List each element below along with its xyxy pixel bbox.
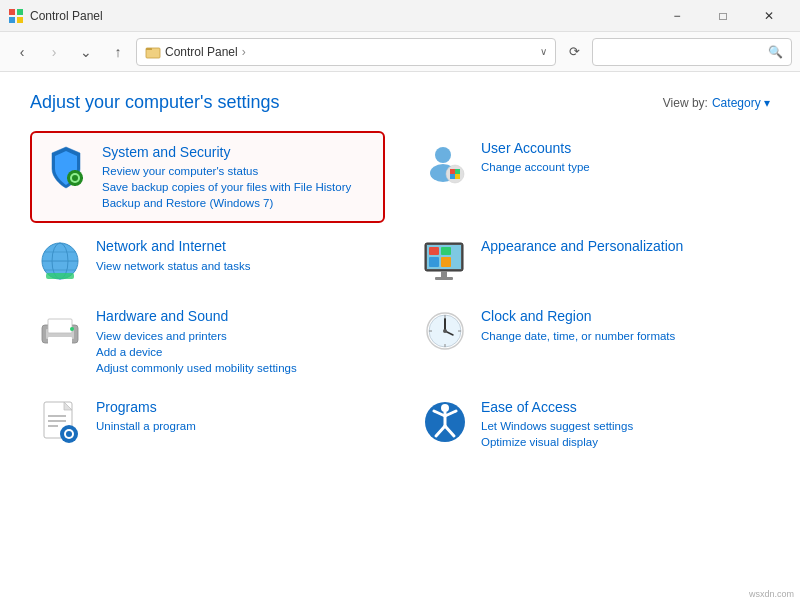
user-accounts-title[interactable]: User Accounts [481,139,764,157]
hardware-sound-link-1[interactable]: Add a device [96,344,379,360]
app-icon [8,8,24,24]
svg-rect-37 [48,337,72,347]
ease-access-link-1[interactable]: Optimize visual display [481,434,764,450]
path-icon [145,44,161,60]
category-programs[interactable]: Programs Uninstall a program [30,390,385,458]
path-text: Control Panel [165,45,238,59]
category-user-accounts[interactable]: User Accounts Change account type [415,131,770,223]
svg-rect-29 [441,247,451,255]
address-dropdown-button[interactable]: ∨ [540,46,547,57]
watermark: wsxdn.com [749,589,794,599]
system-security-icon [42,143,90,191]
svg-rect-0 [9,9,15,15]
up-button[interactable]: ↑ [104,38,132,66]
user-accounts-link-0[interactable]: Change account type [481,159,764,175]
network-internet-link-0[interactable]: View network status and tasks [96,258,379,274]
svg-point-43 [443,329,447,333]
system-security-link-1[interactable]: Save backup copies of your files with Fi… [102,179,373,195]
forward-button[interactable]: › [40,38,68,66]
maximize-button[interactable]: □ [700,0,746,32]
user-accounts-icon [421,139,469,187]
close-button[interactable]: ✕ [746,0,792,32]
network-internet-content: Network and Internet View network status… [96,237,379,273]
svg-rect-36 [48,319,72,333]
view-by-dropdown[interactable]: Category ▾ [712,96,770,110]
svg-rect-9 [74,170,76,173]
page-header: Adjust your computer's settings View by:… [30,92,770,113]
view-by-label: View by: [663,96,708,110]
appearance-content: Appearance and Personalization [481,237,764,257]
system-security-title[interactable]: System and Security [102,143,373,161]
svg-rect-11 [67,177,70,179]
svg-rect-1 [17,9,23,15]
hardware-sound-icon [36,307,84,355]
hardware-sound-content: Hardware and Sound View devices and prin… [96,307,379,375]
address-bar: ‹ › ⌄ ↑ Control Panel › ∨ ⟳ 🔍 [0,32,800,72]
svg-rect-19 [455,174,460,179]
category-network-internet[interactable]: Network and Internet View network status… [30,229,385,293]
hardware-sound-title[interactable]: Hardware and Sound [96,307,379,325]
title-bar-buttons: − □ ✕ [654,0,792,32]
title-bar: Control Panel − □ ✕ [0,0,800,32]
network-internet-title[interactable]: Network and Internet [96,237,379,255]
address-field[interactable]: Control Panel › ∨ [136,38,556,66]
title-bar-text: Control Panel [30,9,654,23]
search-icon: 🔍 [768,45,783,59]
svg-rect-10 [74,183,76,186]
address-path: Control Panel › [145,44,536,60]
programs-title[interactable]: Programs [96,398,379,416]
svg-rect-5 [146,48,152,50]
programs-content: Programs Uninstall a program [96,398,379,434]
svg-rect-17 [455,169,460,174]
content-area: Adjust your computer's settings View by:… [0,72,800,603]
svg-point-38 [70,327,74,331]
ease-access-title[interactable]: Ease of Access [481,398,764,416]
programs-icon [36,398,84,446]
refresh-button[interactable]: ⟳ [560,38,588,66]
svg-rect-16 [450,169,455,174]
svg-rect-2 [9,17,15,23]
categories-grid: System and Security Review your computer… [30,131,770,458]
system-security-link-2[interactable]: Backup and Restore (Windows 7) [102,195,373,211]
category-ease-access[interactable]: Ease of Access Let Windows suggest setti… [415,390,770,458]
clock-region-content: Clock and Region Change date, time, or n… [481,307,764,343]
page-title: Adjust your computer's settings [30,92,280,113]
clock-region-title[interactable]: Clock and Region [481,307,764,325]
ease-access-link-0[interactable]: Let Windows suggest settings [481,418,764,434]
search-box[interactable]: 🔍 [592,38,792,66]
view-by: View by: Category ▾ [663,96,770,110]
svg-rect-28 [429,247,439,255]
ease-access-content: Ease of Access Let Windows suggest setti… [481,398,764,450]
appearance-title[interactable]: Appearance and Personalization [481,237,764,255]
svg-point-55 [66,431,72,437]
user-accounts-content: User Accounts Change account type [481,139,764,175]
category-appearance[interactable]: Appearance and Personalization [415,229,770,293]
appearance-icon [421,237,469,285]
svg-rect-25 [46,273,74,279]
system-security-link-0[interactable]: Review your computer's status [102,163,373,179]
back-button[interactable]: ‹ [8,38,36,66]
recent-locations-button[interactable]: ⌄ [72,38,100,66]
svg-rect-3 [17,17,23,23]
svg-rect-30 [429,257,439,267]
svg-rect-33 [435,277,453,280]
category-hardware-sound[interactable]: Hardware and Sound View devices and prin… [30,299,385,383]
svg-point-13 [435,147,451,163]
category-clock-region[interactable]: Clock and Region Change date, time, or n… [415,299,770,383]
clock-region-link-0[interactable]: Change date, time, or number formats [481,328,764,344]
hardware-sound-link-0[interactable]: View devices and printers [96,328,379,344]
system-security-content: System and Security Review your computer… [102,143,373,211]
network-icon [36,237,84,285]
svg-rect-31 [441,257,451,267]
svg-rect-32 [441,271,447,277]
category-system-security[interactable]: System and Security Review your computer… [30,131,385,223]
search-input[interactable] [601,45,762,59]
minimize-button[interactable]: − [654,0,700,32]
programs-link-0[interactable]: Uninstall a program [96,418,379,434]
path-separator: › [242,45,246,59]
svg-rect-18 [450,174,455,179]
ease-access-icon [421,398,469,446]
svg-point-8 [72,175,78,181]
hardware-sound-link-2[interactable]: Adjust commonly used mobility settings [96,360,379,376]
svg-rect-12 [80,177,83,179]
